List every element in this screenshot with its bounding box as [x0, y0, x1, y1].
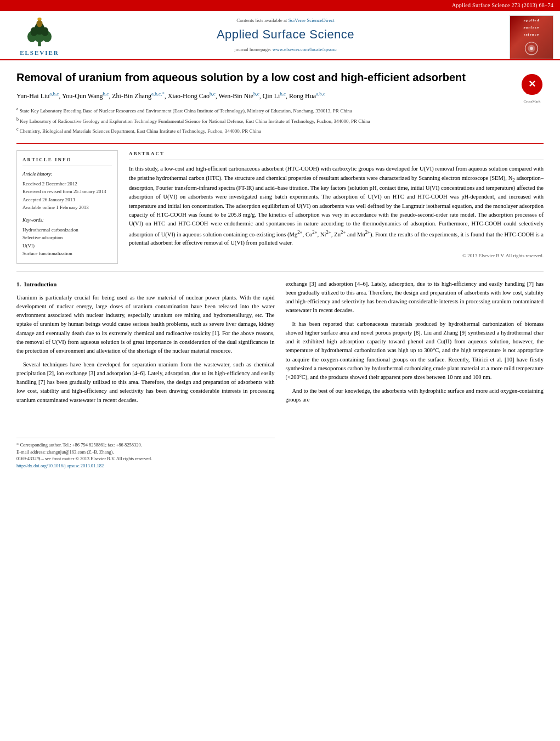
author-6: Qin Lib,c,	[263, 92, 289, 100]
author-7: Rong Huaa,b,c	[289, 92, 325, 100]
corresponding-author-note: * Corresponding author. Tel.: +86 794 82…	[16, 442, 275, 449]
article-dates: Received 2 December 2012 Received in rev…	[22, 180, 112, 212]
cover-graphic-icon	[521, 41, 542, 56]
journal-cover-section: applied surface science	[499, 15, 553, 59]
keywords-section: Keywords: Hydrothermal carbonization Sel…	[22, 217, 112, 257]
journal-homepage-link[interactable]: www.elsevier.com/locate/apsusc	[273, 47, 337, 52]
article-content: Removal of uranium from aqueous solution…	[0, 60, 560, 479]
svg-point-9	[37, 18, 41, 21]
article-title: Removal of uranium from aqueous solution…	[16, 70, 512, 84]
article-info-column: ARTICLE INFO Article history: Received 2…	[16, 150, 118, 264]
doi-note: http://dx.doi.org/10.1016/j.apsusc.2013.…	[16, 462, 275, 470]
journal-info-center: Contents lists available at SciVerse Sci…	[72, 17, 499, 58]
body-right-para-3: And to the best of our knowledge, the ad…	[286, 387, 544, 405]
accepted-date: Accepted 26 January 2013	[22, 196, 112, 203]
available-date: Available online 1 February 2013	[22, 203, 112, 211]
article-title-text: Removal of uranium from aqueous solution…	[16, 70, 512, 137]
received-date-1: Received 2 December 2012	[22, 180, 112, 188]
article-history-label: Article history:	[22, 171, 112, 178]
intro-para-2: Several techniques have been developed f…	[16, 360, 275, 405]
journal-cover-thumbnail: applied surface science	[510, 15, 553, 59]
received-date-2: Received in revised form 25 January 2013	[22, 188, 112, 195]
body-right-column: exchange [3] and adsorption [4–6]. Latel…	[286, 280, 544, 470]
author-5: Wen-Bin Nieb,c,	[219, 92, 263, 100]
affiliations: a State Key Laboratory Breeding Base of …	[16, 106, 512, 135]
author-3: Zhi-Bin Zhanga,b,c,*,	[112, 92, 167, 100]
article-info-header: ARTICLE INFO	[22, 156, 112, 167]
journal-title: Applied Surface Science	[72, 26, 499, 43]
issn-note: 0169-4332/$ – see front matter © 2013 El…	[16, 455, 275, 462]
elsevier-tree-icon	[20, 18, 59, 48]
abstract-header: ABSTRACT	[129, 150, 544, 161]
sciverse-note: Contents lists available at SciVerse Sci…	[72, 17, 499, 24]
copyright-notice: © 2013 Elsevier B.V. All rights reserved…	[129, 252, 544, 259]
article-title-section: Removal of uranium from aqueous solution…	[16, 70, 544, 144]
info-abstract-columns: ARTICLE INFO Article history: Received 2…	[16, 150, 544, 264]
keyword-3: U(VI)	[22, 242, 112, 250]
sciverse-link[interactable]: SciVerse ScienceDirect	[289, 18, 335, 23]
journal-citation-bar: Applied Surface Science 273 (2013) 68–74	[0, 0, 560, 11]
svg-point-5	[31, 27, 38, 36]
keyword-2: Selective adsorption	[22, 234, 112, 241]
section-divider	[16, 271, 544, 272]
keyword-4: Surface functionalization	[22, 250, 112, 257]
body-right-para-1: exchange [3] and adsorption [4–6]. Latel…	[286, 280, 544, 315]
keywords-list: Hydrothermal carbonization Selective ads…	[22, 226, 112, 258]
intro-para-1: Uranium is particularly crucial for bein…	[16, 293, 275, 356]
svg-text:CrossMark: CrossMark	[525, 92, 539, 94]
abstract-column: ABSTRACT In this study, a low-cost and h…	[129, 150, 544, 264]
elsevier-wordmark: ELSEVIER	[20, 49, 59, 57]
author-2: You-Qun Wangb,c,	[62, 92, 112, 100]
body-left-column: 1. Introduction Uranium is particularly …	[16, 280, 275, 470]
body-right-para-2: It has been reported that carbonaceous m…	[286, 320, 544, 382]
keyword-1: Hydrothermal carbonization	[22, 226, 112, 234]
abstract-text: In this study, a low-cost and high-effic…	[129, 165, 544, 247]
author-1: Yun-Hai Liua,b,c,	[16, 92, 62, 100]
email-note: E-mail address: zhangnjut@163.com (Z.-B.…	[16, 449, 275, 456]
intro-heading: 1. Introduction	[16, 280, 275, 289]
keywords-label: Keywords:	[22, 217, 112, 224]
affiliation-c: c Chemistry, Biological and Materials Sc…	[16, 126, 512, 135]
authors-list: Yun-Hai Liua,b,c, You-Qun Wangb,c, Zhi-B…	[16, 90, 512, 101]
author-4: Xiao-Hong Caob,c,	[168, 92, 219, 100]
svg-point-12	[530, 47, 533, 50]
affiliation-a: a State Key Laboratory Breeding Base of …	[16, 106, 512, 115]
body-columns: 1. Introduction Uranium is particularly …	[16, 280, 544, 470]
journal-header: ELSEVIER Contents lists available at Sci…	[0, 11, 560, 60]
svg-point-6	[42, 27, 49, 36]
doi-link[interactable]: http://dx.doi.org/10.1016/j.apsusc.2013.…	[16, 463, 104, 468]
crossmark-logo: ✕ CrossMark CrossMark	[521, 73, 544, 105]
journal-homepage: journal homepage: www.elsevier.com/locat…	[72, 46, 499, 53]
elsevier-logo-section: ELSEVIER	[7, 18, 72, 57]
abstract-section: ABSTRACT In this study, a low-cost and h…	[129, 150, 544, 259]
svg-text:✕: ✕	[528, 78, 536, 89]
affiliation-b: b Key Laboratory of Radioactive Geology …	[16, 116, 512, 126]
footnotes-area: * Corresponding author. Tel.: +86 794 82…	[16, 438, 275, 470]
crossmark-icon: ✕ CrossMark	[521, 73, 544, 96]
article-info-box: ARTICLE INFO Article history: Received 2…	[16, 150, 118, 264]
